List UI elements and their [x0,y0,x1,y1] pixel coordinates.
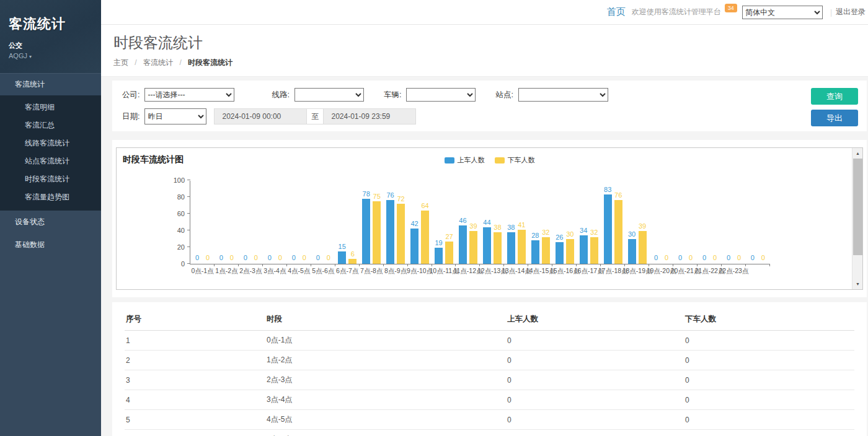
table-cell: 0 [684,390,854,410]
x-axis-tick [335,264,335,266]
line-label: 线路: [272,90,289,100]
table-cell: 0 [684,331,854,351]
table-cell: 0 [506,331,684,351]
x-axis-tick-label: 2点-3点 [239,267,262,276]
vehicle-label: 车辆: [384,90,401,100]
export-button[interactable]: 导出 [811,110,858,126]
bar-group: 263015点-16点 [552,181,577,264]
plot-area: 020406080100000点-1点001点-2点002点-3点003点-4点… [190,181,770,264]
filter-row-2: 日期: 昨日 2024-01-09 00:00 至 2024-01-09 23:… [122,108,792,124]
table-cell: 4点-5点 [265,410,506,430]
date-end-input[interactable]: 2024-01-09 23:59 [324,109,415,124]
boarding-bar: 42 [410,229,418,264]
x-axis-tick [432,264,432,266]
home-link[interactable]: 首页 [607,6,626,18]
query-button[interactable]: 查询 [811,88,858,105]
bar-value-label: 30 [628,230,636,238]
bar-group: 000点-1点 [190,181,215,264]
x-axis-tick [552,264,552,266]
x-axis-tick [407,264,408,266]
bar-group: 001点-2点 [215,181,239,264]
y-axis-tick-label: 0 [181,260,185,268]
sidebar-item-trend-chart[interactable]: 客流量趋势图 [0,188,101,206]
bar-group: 0022点-23点 [722,181,746,264]
company-label: 公司: [122,90,140,100]
x-axis-tick [455,264,456,266]
line-select[interactable] [294,88,364,102]
scroll-down-icon[interactable]: ▼ [852,279,863,289]
scroll-up-icon[interactable]: ▲ [852,148,863,159]
x-axis-tick [214,264,215,266]
bar-value-label: 0 [278,254,282,261]
language-select[interactable]: 简体中文 [742,6,823,19]
bar-value-label: 0 [761,254,765,261]
date-preset-select[interactable]: 昨日 [144,108,206,124]
legend-boarding[interactable]: 上车人数 [445,155,485,165]
y-axis-tick-label: 60 [177,210,185,217]
boarding-bar: 28 [531,240,539,264]
sidebar-item-line-stats[interactable]: 线路客流统计 [0,134,101,152]
x-axis-tick [238,264,239,266]
bar-group: 343216点-17点 [577,181,601,264]
alighting-bar: 72 [397,204,405,264]
bar-group: 42649点-10点 [408,181,432,264]
bar-value-label: 0 [206,254,210,261]
chart-card: 时段车流统计图 上车人数 下车人数 020406080100000点-1点001… [112,140,867,297]
bar-group: 002点-3点 [239,181,263,264]
breadcrumb-current: 时段客流统计 [188,58,232,67]
x-axis-tick [528,264,528,266]
bar-value-label: 32 [542,229,549,236]
table-cell: 0 [506,370,684,390]
notification-badge[interactable]: 34 [725,4,737,12]
chart-vertical-scrollbar[interactable]: ▲ ▼ [852,148,862,289]
x-axis-tick [673,264,673,266]
breadcrumb-separator: / [135,58,136,67]
company-select[interactable]: ---请选择--- [144,88,234,102]
bar-value-label: 28 [531,232,539,239]
station-select[interactable] [518,88,608,102]
sidebar-item-base-data[interactable]: 基础数据 [0,233,101,256]
content: 公司: ---请选择--- 线路: 车辆: 站点: 日期: 昨日 2024-01… [101,77,868,436]
bar-value-label: 6 [351,250,355,258]
breadcrumb-section[interactable]: 客流统计 [143,58,173,67]
breadcrumb-home[interactable]: 主页 [113,58,128,67]
bar-group: 303918点-19点 [625,181,649,264]
table-cell: 2点-3点 [265,370,506,390]
x-axis-tick-label: 4点-5点 [288,267,310,276]
logout-link[interactable]: 退出登录 [836,7,866,17]
table-cell: 5 [125,410,265,430]
bar-value-label: 0 [230,254,234,261]
bar-value-label: 0 [292,254,296,261]
bar-value-label: 0 [727,254,730,261]
topbar: 首页 欢迎使用客流统计管理平台 34 简体中文 | 退出登录 [101,0,868,25]
bar-value-label: 0 [702,254,706,261]
x-axis-tick-label: 5点-6点 [312,267,334,276]
bar-value-label: 0 [751,254,755,261]
sidebar-item-passenger-summary[interactable]: 客流汇总 [0,116,101,134]
scrollbar-thumb[interactable] [853,159,862,255]
sidebar-item-passenger-stats[interactable]: 客流统计 [0,73,101,95]
sidebar-item-device-status[interactable]: 设备状态 [0,211,101,233]
legend-alighting-label: 下车人数 [508,155,535,165]
table-cell: 1 [125,331,265,351]
legend-boarding-label: 上车人数 [458,155,485,165]
boarding-bar: 30 [628,239,636,264]
y-axis-tick-label: 40 [177,227,185,234]
boarding-bar: 38 [507,232,515,264]
table-cell: 0 [506,390,684,410]
legend-alighting[interactable]: 下车人数 [495,155,535,165]
x-axis-tick-label: 0点-1点 [191,267,213,276]
alighting-bar: 32 [590,237,598,264]
period-stats-table: 序号 时段 上车人数 下车人数 10点-1点0021点-2点0032点-3点00… [125,308,854,436]
date-start-input[interactable]: 2024-01-09 00:00 [215,109,306,124]
sidebar-item-passenger-detail[interactable]: 客流明细 [0,98,101,116]
bar-value-label: 0 [316,254,320,261]
vehicle-select[interactable] [406,88,476,102]
bar-group: 192710点-11点 [432,181,456,264]
bar-value-label: 0 [268,254,272,261]
org-switcher[interactable]: AQGJ ▾ [9,52,92,59]
sidebar-item-period-stats[interactable]: 时段客流统计 [0,170,101,188]
bar-value-label: 39 [469,222,477,230]
bar-group: 004点-5点 [287,181,311,264]
sidebar-item-station-stats[interactable]: 站点客流统计 [0,152,101,170]
